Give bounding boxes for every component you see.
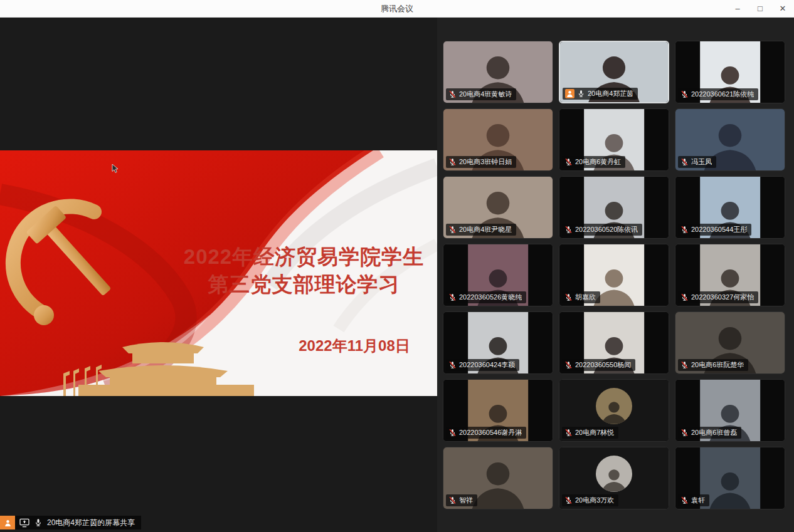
title-bar: 腾讯会议 – □ ✕ bbox=[0, 0, 794, 18]
participant-tile[interactable]: 20电商4班尹晓星 bbox=[443, 176, 553, 239]
mic-muted-icon bbox=[680, 158, 689, 166]
mic-muted-icon bbox=[564, 293, 573, 301]
participant-name: 20电商4班尹晓星 bbox=[459, 225, 512, 234]
participant-name-bar: 20电商3班钟日娟 bbox=[446, 156, 516, 168]
mic-muted-icon bbox=[448, 226, 457, 234]
participant-name: 20220360526黄晓纯 bbox=[459, 293, 522, 302]
shared-screen-stage: 2022年经济贸易学院学生 第三党支部理论学习 2022年11月08日 bbox=[0, 18, 437, 532]
participant-name: 20电商3万欢 bbox=[575, 496, 614, 505]
mic-muted-icon bbox=[680, 496, 689, 504]
participant-name: 袁轩 bbox=[691, 496, 705, 505]
mic-muted-icon bbox=[448, 293, 457, 301]
participant-name-bar: 20220360546谢丹淋 bbox=[446, 427, 526, 439]
mic-muted-icon bbox=[448, 90, 457, 98]
participant-name-bar: 20电商4班黄敏诗 bbox=[446, 88, 516, 100]
mic-muted-icon bbox=[564, 226, 573, 234]
participant-grid: 20电商4班黄敏诗 20电商4郑芷茵 20220360621陈依纯 20电商3班… bbox=[437, 18, 794, 532]
participant-name-bar: 20220360424李颖 bbox=[446, 359, 519, 371]
participant-name-bar: 20220360327何家怡 bbox=[678, 291, 758, 303]
participant-tile[interactable]: 20电商6班曾磊 bbox=[675, 379, 785, 442]
participant-tile[interactable]: 20电商6黄丹虹 bbox=[559, 108, 669, 171]
participant-tile[interactable]: 20220360520陈依讯 bbox=[559, 176, 669, 239]
screen-share-banner: 20电商4郑芷茵的屏幕共享 bbox=[0, 516, 141, 529]
participant-name-bar: 20220360544王彤 bbox=[678, 224, 751, 236]
share-banner-text: 20电商4郑芷茵的屏幕共享 bbox=[47, 518, 135, 528]
participant-name: 20电商6黄丹虹 bbox=[575, 157, 621, 167]
participant-name: 胡嘉欣 bbox=[575, 293, 596, 302]
participant-name-bar: 胡嘉欣 bbox=[562, 291, 600, 303]
participant-name-bar: 20220360520陈依讯 bbox=[562, 224, 642, 236]
meeting-window: 腾讯会议 – □ ✕ bbox=[0, 0, 794, 532]
share-banner-body: 20电商4郑芷茵的屏幕共享 bbox=[15, 516, 141, 529]
participant-tile[interactable]: 20220360544王彤 bbox=[675, 176, 785, 239]
mic-muted-icon bbox=[680, 90, 689, 98]
participant-tile[interactable]: 20220360424李颖 bbox=[443, 311, 553, 374]
participant-name-bar: 20电商4班尹晓星 bbox=[446, 224, 516, 236]
participant-name: 20电商4郑芷茵 bbox=[588, 89, 633, 98]
mic-muted-icon bbox=[680, 226, 689, 234]
participant-name: 20220360327何家怡 bbox=[691, 293, 754, 302]
mic-icon bbox=[34, 518, 43, 527]
participant-name: 20电商6班曾磊 bbox=[691, 428, 737, 437]
participant-tile[interactable]: 20220360526黄晓纯 bbox=[443, 244, 553, 306]
mic-muted-icon bbox=[564, 158, 573, 166]
mic-muted-icon bbox=[448, 429, 457, 437]
participant-name-bar: 20电商7林悦 bbox=[562, 427, 618, 439]
mouse-cursor-icon bbox=[112, 164, 119, 174]
participant-name-bar: 智祥 bbox=[446, 494, 477, 506]
participant-name-bar: 20220360621陈依纯 bbox=[678, 88, 758, 100]
participant-name: 20220360544王彤 bbox=[691, 225, 747, 234]
mic-muted-icon bbox=[564, 361, 573, 369]
participant-tile[interactable]: 袁轩 bbox=[675, 447, 785, 509]
slide-title-line1: 2022年经济贸易学院学生 bbox=[176, 243, 432, 271]
mic-muted-icon bbox=[564, 429, 573, 437]
participant-name-bar: 20电商6班曾磊 bbox=[678, 427, 741, 439]
participant-name: 智祥 bbox=[459, 496, 473, 505]
participant-tile[interactable]: 20220360621陈依纯 bbox=[675, 41, 785, 103]
sharer-avatar-icon bbox=[0, 516, 15, 529]
participant-tile[interactable]: 20电商4班黄敏诗 bbox=[443, 41, 553, 103]
slide-date: 2022年11月08日 bbox=[279, 336, 430, 356]
maximize-button[interactable]: □ bbox=[749, 0, 771, 17]
host-badge-icon bbox=[565, 89, 574, 98]
avatar bbox=[596, 388, 632, 424]
participant-tile[interactable]: 胡嘉欣 bbox=[559, 244, 669, 306]
participant-tile[interactable]: 20220360327何家怡 bbox=[675, 244, 785, 306]
participant-tile[interactable]: 20电商7林悦 bbox=[559, 379, 669, 442]
participant-name-bar: 20电商6班阮楚华 bbox=[678, 359, 748, 371]
participant-name-bar: 20电商4郑芷茵 bbox=[563, 88, 638, 100]
mic-muted-icon bbox=[680, 293, 689, 301]
mic-muted-icon bbox=[564, 496, 573, 504]
person-silhouette bbox=[596, 462, 632, 492]
participant-tile[interactable]: 20电商4郑芷茵 bbox=[559, 41, 669, 103]
mic-muted-icon bbox=[680, 361, 689, 369]
participant-name-bar: 冯玉凤 bbox=[678, 156, 716, 168]
participant-name: 20电商7林悦 bbox=[575, 428, 614, 437]
participant-tile[interactable]: 20电商6班阮楚华 bbox=[675, 311, 785, 374]
minimize-button[interactable]: – bbox=[726, 0, 749, 17]
avatar bbox=[596, 456, 632, 492]
participant-tile[interactable]: 智祥 bbox=[443, 447, 553, 509]
presentation-slide: 2022年经济贸易学院学生 第三党支部理论学习 2022年11月08日 bbox=[0, 150, 437, 396]
participant-tile[interactable]: 20电商3万欢 bbox=[559, 447, 669, 509]
participant-name-bar: 20220360526黄晓纯 bbox=[446, 291, 526, 303]
participant-name: 20电商4班黄敏诗 bbox=[459, 90, 512, 99]
close-button[interactable]: ✕ bbox=[771, 0, 794, 17]
mic-muted-icon bbox=[448, 361, 457, 369]
mic-muted-icon bbox=[448, 496, 457, 504]
mic-icon bbox=[577, 90, 585, 98]
participant-tile[interactable]: 20电商3班钟日娟 bbox=[443, 108, 553, 171]
participant-name: 20电商3班钟日娟 bbox=[459, 157, 512, 167]
slide-title-line2: 第三党支部理论学习 bbox=[176, 271, 432, 298]
participant-name: 20电商6班阮楚华 bbox=[691, 360, 744, 370]
participant-tile[interactable]: 冯玉凤 bbox=[675, 108, 785, 171]
participant-name: 20220360546谢丹淋 bbox=[459, 428, 522, 437]
participant-name: 20220360621陈依纯 bbox=[691, 90, 754, 99]
slide-title: 2022年经济贸易学院学生 第三党支部理论学习 bbox=[176, 243, 432, 298]
participant-name: 20220360424李颖 bbox=[459, 360, 515, 370]
participant-name-bar: 袁轩 bbox=[678, 494, 709, 506]
participant-tile[interactable]: 20220360546谢丹淋 bbox=[443, 379, 553, 442]
participant-tile[interactable]: 20220360550杨闻 bbox=[559, 311, 669, 374]
mic-muted-icon bbox=[448, 158, 457, 166]
mic-muted-icon bbox=[680, 429, 689, 437]
